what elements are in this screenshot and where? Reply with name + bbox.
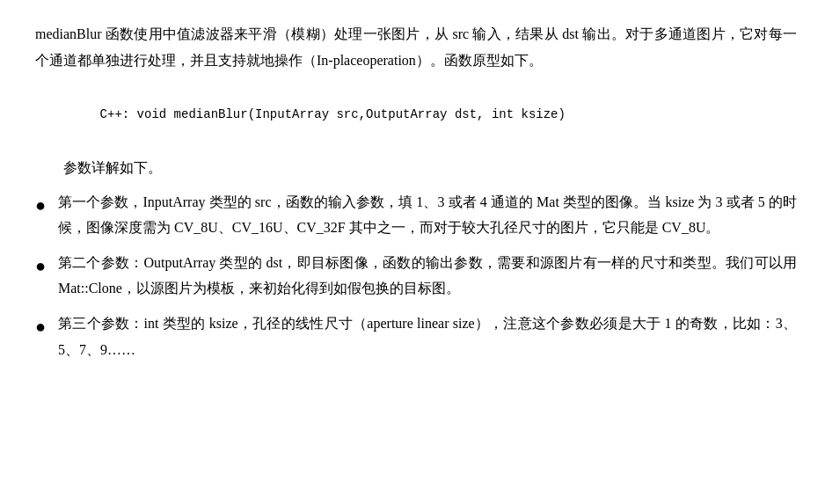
bullet-text-1: 第一个参数，InputArray 类型的 src，函数的输入参数，填 1、3 或… xyxy=(58,189,797,241)
intro-text: medianBlur 函数使用中值滤波器来平滑（模糊）处理一张图片，从 src … xyxy=(35,21,797,73)
bullet-dot-2: ● xyxy=(35,251,55,281)
list-item: ● 第一个参数，InputArray 类型的 src，函数的输入参数，填 1、3… xyxy=(35,189,797,241)
params-label: 参数详解如下。 xyxy=(35,156,797,180)
bullet-dot-3: ● xyxy=(35,311,55,341)
list-item: ● 第二个参数：OutputArray 类型的 dst，即目标图像，函数的输出参… xyxy=(35,250,797,302)
code-text: C++: void medianBlur(InputArray src,Outp… xyxy=(100,107,566,121)
bullet-text-2: 第二个参数：OutputArray 类型的 dst，即目标图像，函数的输出参数，… xyxy=(58,250,797,302)
main-content: medianBlur 函数使用中值滤波器来平滑（模糊）处理一张图片，从 src … xyxy=(35,21,797,362)
bullet-dot-1: ● xyxy=(35,190,55,220)
code-block: C++: void medianBlur(InputArray src,Outp… xyxy=(70,84,797,146)
intro-line: medianBlur 函数使用中值滤波器来平滑（模糊）处理一张图片，从 src … xyxy=(35,26,797,68)
list-item: ● 第三个参数：int 类型的 ksize，孔径的线性尺寸（aperture l… xyxy=(35,310,797,362)
bullet-list: ● 第一个参数，InputArray 类型的 src，函数的输入参数，填 1、3… xyxy=(35,189,797,363)
bullet-text-3: 第三个参数：int 类型的 ksize，孔径的线性尺寸（aperture lin… xyxy=(58,310,797,362)
